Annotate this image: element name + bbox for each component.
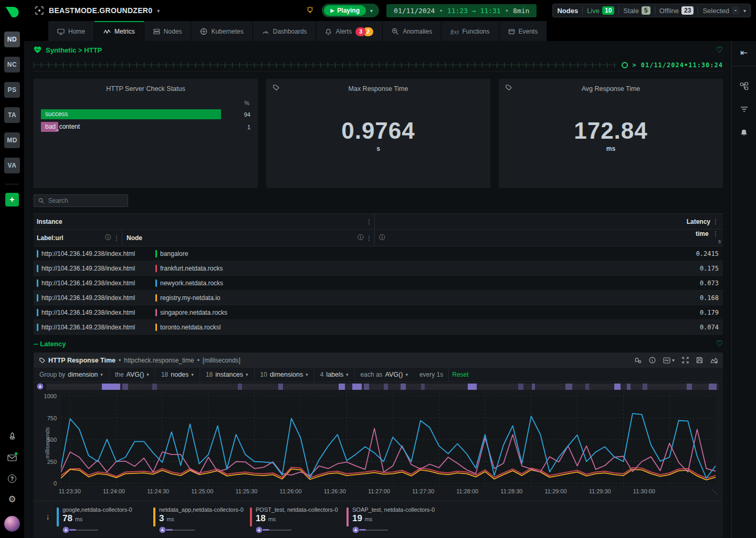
chart-type-selector[interactable]: ▾ xyxy=(663,357,675,364)
card-http-server-check-status[interactable]: HTTP Server Check Status % success 94 xyxy=(34,79,258,188)
workspace-item-ps[interactable]: PS xyxy=(4,82,20,98)
tab-functions[interactable]: f(x) Functions xyxy=(442,21,499,41)
add-workspace-button[interactable]: + xyxy=(5,193,19,206)
table-row[interactable]: http://104.236.149.238/index.html regist… xyxy=(34,291,723,305)
workspace-item-nd[interactable]: ND xyxy=(4,32,20,47)
anomaly-rate-slider[interactable] xyxy=(352,526,435,533)
aggregation-dropdown[interactable]: theAVG() ▾ xyxy=(109,368,155,381)
help-icon[interactable]: ? xyxy=(8,474,16,483)
labels-dropdown[interactable]: 4labels ▾ xyxy=(314,368,355,381)
dimensions-dropdown[interactable]: 10dimensions ▾ xyxy=(255,368,314,381)
instances-table: Instance ⋮ Latency ⋮ Label:url xyxy=(34,213,723,335)
card-max-response-time[interactable]: Max Response Time 0.9764 s xyxy=(266,79,490,188)
workspace-item-nc[interactable]: NC xyxy=(4,57,20,73)
tab-nodes[interactable]: Nodes xyxy=(144,21,192,41)
info-icon[interactable]: ⓘ xyxy=(105,233,111,242)
instance-url: http://104.236.149.238/index.html xyxy=(41,309,135,316)
nodes-indicator[interactable]: Nodes Live 10 Stale 5 Offline 23 xyxy=(552,4,751,17)
plot-area[interactable] xyxy=(61,395,716,485)
info-icon[interactable] xyxy=(649,357,656,364)
playing-control[interactable]: ▶ Playing ▾ xyxy=(322,4,379,17)
time-range-picker[interactable]: 01/11/2024 • 11:23 → 11:31 • 8min xyxy=(386,4,537,17)
bar-value: 94 xyxy=(233,111,250,118)
save-snapshot-icon[interactable] xyxy=(696,357,703,364)
card-avg-response-time[interactable]: Avg Response Time 172.84 ms xyxy=(499,79,723,188)
table-row[interactable]: http://104.236.149.238/index.html frankf… xyxy=(34,261,723,276)
table-row[interactable]: http://104.236.149.238/index.html newyor… xyxy=(34,276,723,291)
tab-dashboards[interactable]: Dashboards xyxy=(253,21,317,41)
http-response-time-chart: HTTP Response Time • httpcheck.response_… xyxy=(34,353,723,537)
playing-pill[interactable]: ▶ Playing xyxy=(324,5,366,16)
tab-metrics[interactable]: Metrics xyxy=(94,21,144,41)
timeline-row[interactable]: > 01/11/2024•11:30:24 xyxy=(34,59,723,71)
reset-button[interactable]: Reset xyxy=(449,371,471,378)
sort-arrow-icon[interactable]: ↓ xyxy=(39,512,57,522)
status-bar-bad-content[interactable]: bad_content 1 xyxy=(41,122,250,132)
info-icon[interactable]: ⓘ xyxy=(379,233,385,242)
favorite-heart-icon[interactable]: ♡ xyxy=(716,45,723,55)
legend-item-post-test[interactable]: POST_test, netdata-collectors-0 18 ms xyxy=(250,506,346,533)
column-menu-icon[interactable]: ⋮ xyxy=(710,218,721,225)
settings-gear-icon[interactable]: ⚙ xyxy=(8,495,16,504)
alerts-bell-icon[interactable] xyxy=(740,128,748,137)
search-input[interactable] xyxy=(47,196,123,205)
anomaly-segment xyxy=(238,384,242,390)
bar-value: 1 xyxy=(233,124,250,130)
breadcrumb[interactable]: Synthetic > HTTP xyxy=(46,46,102,54)
column-menu-icon[interactable]: ⋮ xyxy=(111,234,122,242)
legend-name: netdata_app,netdata-collectors-0 xyxy=(159,506,244,513)
tab-alerts[interactable]: Alerts 3 2 xyxy=(316,21,383,41)
tab-events[interactable]: Events xyxy=(499,21,548,41)
column-menu-icon[interactable]: ⋮ xyxy=(364,218,374,225)
timeline-ticks[interactable] xyxy=(34,63,616,68)
tab-kubernetes[interactable]: Kubernetes xyxy=(191,21,253,41)
workspace-item-md[interactable]: MD xyxy=(4,132,20,148)
anomaly-ribbon-bar[interactable] xyxy=(46,384,719,390)
timeline-cursor-icon[interactable] xyxy=(622,62,628,68)
fullscreen-icon[interactable] xyxy=(682,357,689,364)
status-bar-success[interactable]: success 94 xyxy=(41,109,250,119)
resize-handle[interactable]: ⋱ xyxy=(711,488,717,495)
workspace-item-ta[interactable]: TA xyxy=(4,107,20,123)
info-icon[interactable]: ⓘ xyxy=(358,233,364,242)
legend-item-soap-test[interactable]: SOAP_test, netdata-collectors-0 19 ms xyxy=(346,506,443,533)
anomaly-rate-slider[interactable] xyxy=(256,526,338,533)
table-row[interactable]: http://104.236.149.238/index.html bangal… xyxy=(34,246,723,261)
anomaly-rate-slider[interactable] xyxy=(159,526,244,533)
instance-header: Instance xyxy=(37,218,62,225)
table-row[interactable]: http://104.236.149.238/index.html toront… xyxy=(34,320,723,335)
news-bulb-icon[interactable] xyxy=(306,6,314,15)
favorite-heart-icon[interactable]: ♡ xyxy=(716,339,723,348)
rocket-icon[interactable] xyxy=(7,431,17,441)
collapse-panel-button[interactable]: ⇤ xyxy=(732,41,756,66)
alert-settings-icon[interactable] xyxy=(634,357,642,364)
chevron-down-icon[interactable]: ▾ xyxy=(370,8,373,14)
chevron-down-icon[interactable]: ▾ xyxy=(743,8,746,14)
group-by-dropdown[interactable]: Group bydimension ▾ xyxy=(34,368,109,381)
nodes-dropdown[interactable]: 18nodes ▾ xyxy=(155,368,200,381)
column-menu-icon[interactable]: ⋮ xyxy=(710,230,721,237)
table-row[interactable]: http://104.236.149.238/index.html singap… xyxy=(34,305,723,320)
space-picker[interactable]: BEASTMODE.GROUNDZER0 ▾ xyxy=(35,6,160,15)
legend-item-netdata-app[interactable]: netdata_app,netdata-collectors-0 3 ms xyxy=(153,506,250,533)
anomaly-segment xyxy=(278,384,283,390)
netdata-logo[interactable] xyxy=(0,0,24,24)
bullet: • xyxy=(439,7,443,15)
filter-icon[interactable] xyxy=(740,106,748,112)
legend-item-google[interactable]: google,netdata-collectors-0 78 ms xyxy=(57,506,153,533)
nodes-selected[interactable]: Selected - xyxy=(702,6,739,15)
each-as-dropdown[interactable]: each asAVG() ▾ xyxy=(355,368,414,381)
column-menu-icon[interactable]: ⋮ xyxy=(364,234,374,242)
user-avatar[interactable] xyxy=(4,516,20,532)
anomaly-rate-slider[interactable] xyxy=(62,526,132,533)
workspace-item-va[interactable]: VA xyxy=(4,158,20,173)
pin-chart-icon[interactable] xyxy=(710,357,718,364)
inbox-mail-icon[interactable] xyxy=(7,453,17,462)
instances-dropdown[interactable]: 18instances ▾ xyxy=(200,368,255,381)
anomaly-ribbon[interactable] xyxy=(34,382,723,390)
metrics-tree-icon[interactable] xyxy=(740,82,749,90)
tab-home[interactable]: Home xyxy=(48,21,94,41)
legend-name: google,netdata-collectors-0 xyxy=(62,506,132,513)
tab-anomalies[interactable]: Anomalies xyxy=(383,21,442,41)
search-box[interactable] xyxy=(34,194,128,207)
